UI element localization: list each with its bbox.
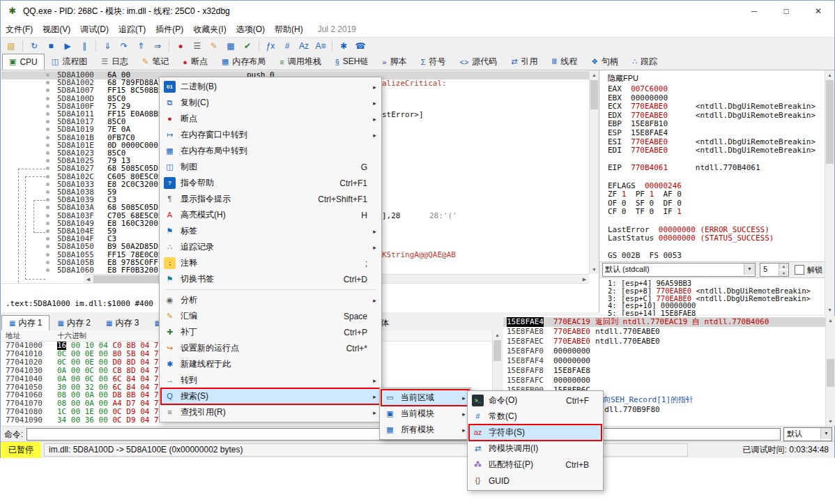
pause-icon[interactable]: ∥ xyxy=(77,39,92,53)
hash-icon[interactable]: # xyxy=(279,39,295,53)
tab-graph[interactable]: ◫流程图 xyxy=(45,54,94,70)
calling-convention-select[interactable]: 默认 (stdcall) ▼ xyxy=(602,263,756,277)
breakpoint-dot[interactable] xyxy=(46,97,49,100)
run-to-user-code-icon[interactable]: ⇒ xyxy=(150,39,165,53)
stack-vertical-scrollbar[interactable]: ▲ ▼ xyxy=(825,316,835,426)
menubar-item-view[interactable]: 视图(V) xyxy=(38,22,75,37)
breakpoint-dot[interactable] xyxy=(46,89,49,92)
menu-item-highlighting-mode[interactable]: A高亮模式(H)H xyxy=(161,207,380,223)
check-icon[interactable]: ✔ xyxy=(240,39,255,53)
breakpoint-dot[interactable] xyxy=(46,144,49,147)
fx-icon[interactable]: ƒx xyxy=(263,39,278,53)
tab-threads[interactable]: Ⅲ线程 xyxy=(545,54,585,70)
menu-item-intermodular-calls[interactable]: ⇄跨模块调用(I) xyxy=(469,441,602,457)
menu-item-create-new-thread[interactable]: ✱新建线程于此 xyxy=(161,356,380,372)
stack-row[interactable]: 15E8FAF400000000 xyxy=(503,356,826,366)
scroll-down-icon[interactable]: ▼ xyxy=(825,305,834,314)
breakpoint-dot[interactable] xyxy=(46,229,49,233)
breakpoint-dot[interactable] xyxy=(46,237,49,240)
minimize-button[interactable]: ─ xyxy=(738,1,770,22)
breakpoint-dot[interactable] xyxy=(46,159,49,162)
scroll-down-icon[interactable]: ▼ xyxy=(826,417,835,426)
dropdown-arrow-icon[interactable]: ▼ xyxy=(820,428,832,439)
breakpoint-dot[interactable] xyxy=(46,190,49,194)
scroll-down-icon[interactable]: ▼ xyxy=(590,265,599,274)
tab-call-stack[interactable]: ≡调用堆栈 xyxy=(273,54,328,70)
menubar-item-favourites[interactable]: 收藏夹(I) xyxy=(188,22,231,37)
menu-item-pattern[interactable]: ⁂匹配特征(P)Ctrl+B xyxy=(469,457,602,473)
tab-notes[interactable]: ✎笔记 xyxy=(135,54,176,70)
scrollbar-thumb[interactable] xyxy=(590,80,598,109)
tab-symbols[interactable]: Σ符号 xyxy=(414,54,453,70)
breakpoint-dot[interactable] xyxy=(46,151,49,155)
command-profile-select[interactable]: 默认 ▼ xyxy=(783,427,832,441)
stepper-down-icon[interactable]: ▼ xyxy=(779,270,788,276)
menubar-item-file[interactable]: 文件(F) xyxy=(1,22,38,37)
breakpoint-dot[interactable] xyxy=(46,183,49,186)
breakpoint-dot[interactable] xyxy=(46,105,49,108)
scroll-up-icon[interactable]: ▲ xyxy=(825,70,834,79)
menu-item-show-mnemonic-brief[interactable]: ¶显示指令提示Ctrl+Shift+F1 xyxy=(161,191,380,207)
tab-source[interactable]: <>源代码 xyxy=(452,54,504,70)
registers-vertical-scrollbar[interactable]: ▲ ▼ xyxy=(825,70,834,314)
scrollbar-thumb[interactable] xyxy=(826,80,834,164)
register-line[interactable]: EDI 770EABE0 <ntdll.DbgUiRemoteBreakin> xyxy=(608,146,824,155)
breakpoint-dot[interactable] xyxy=(46,261,49,264)
tab-dump-1[interactable]: ▦内存 1 xyxy=(1,315,49,330)
tab-dump-2[interactable]: ▦内存 2 xyxy=(49,315,98,330)
tab-dump-3[interactable]: ▦内存 3 xyxy=(98,315,146,330)
menu-item-label[interactable]: ⚑标签▸ xyxy=(161,223,380,239)
register-line[interactable]: CF 0 TF 0 IF 1 xyxy=(608,208,824,217)
tab-cpu[interactable]: ▣CPU xyxy=(2,54,45,70)
menu-item-guid[interactable]: {}GUID xyxy=(469,473,602,489)
scroll-up-icon[interactable]: ▲ xyxy=(826,316,835,325)
notes-icon[interactable]: ✎ xyxy=(206,39,222,53)
register-line[interactable]: EIP 770B4061 ntdll.770B4061 xyxy=(608,164,824,173)
menu-item-go-to[interactable]: →转到▸ xyxy=(161,372,380,388)
step-over-icon[interactable]: ↷ xyxy=(116,39,132,53)
menu-item-find-references[interactable]: ≡查找引用(R)▸ xyxy=(161,404,380,420)
menu-item-all-modules[interactable]: ▦所有模块▸ xyxy=(381,422,469,438)
breakpoint-dot[interactable] xyxy=(46,206,49,209)
unlock-checkbox[interactable] xyxy=(795,265,804,275)
menu-item-current-region[interactable]: ▭当前区域▸ xyxy=(381,390,469,406)
phone-icon[interactable]: ☎ xyxy=(353,39,368,53)
menu-item-search-for[interactable]: Q搜索(S)▸ xyxy=(161,388,380,404)
breakpoint-dot[interactable] xyxy=(46,120,49,123)
breakpoint-dot[interactable] xyxy=(46,245,49,248)
log-icon[interactable]: ☰ xyxy=(190,39,205,53)
menu-item-follow-in-dump[interactable]: ↦在内存窗口中转到▸ xyxy=(161,127,380,143)
breakpoint-dot[interactable] xyxy=(46,136,49,139)
tab-handles[interactable]: ❖句柄 xyxy=(584,54,625,70)
stack-row[interactable]: 15E8FAEC770EABE0ntdll.770EABE0 xyxy=(503,337,826,346)
breakpoint-dot[interactable] xyxy=(46,175,49,178)
menu-item-set-new-origin[interactable]: ↪设置新的运行点Ctrl+* xyxy=(161,340,380,356)
scrollbar-thumb[interactable] xyxy=(493,340,501,361)
run-icon[interactable]: ▶ xyxy=(60,39,75,53)
stack-row[interactable]: 15E8FAE8770EABE0ntdll.770EABE0 xyxy=(503,327,826,337)
menu-item-breakpoint[interactable]: ●断点▸ xyxy=(161,111,380,127)
record-icon[interactable]: ● xyxy=(173,39,188,53)
memory-map-icon[interactable]: ▦ xyxy=(223,39,238,53)
tab-trace[interactable]: ∴跟踪 xyxy=(625,54,664,70)
args-count-stepper[interactable]: 5 ▲ ▼ xyxy=(760,263,789,277)
stack-row[interactable]: 15E8FAF815E8FAE8 xyxy=(503,366,826,376)
maximize-button[interactable]: □ xyxy=(770,1,802,22)
step-into-icon[interactable]: ⇓ xyxy=(100,39,115,53)
menu-item-current-module[interactable]: ▣当前模块▸ xyxy=(381,406,469,422)
menu-item-help-on-mnemonic[interactable]: ?指令帮助Ctrl+F1 xyxy=(161,175,380,191)
breakpoint-dot[interactable] xyxy=(46,81,49,84)
restart-icon[interactable]: ↻ xyxy=(26,39,42,53)
tab-log[interactable]: ☰日志 xyxy=(94,54,135,70)
tab-memory-map[interactable]: ▦内存布局 xyxy=(215,54,273,70)
menu-item-copy[interactable]: ⧉复制(C)▸ xyxy=(161,95,380,111)
menu-item-assemble[interactable]: ✎汇编Space xyxy=(161,308,380,324)
hide-fpu-button[interactable]: 隐藏FPU xyxy=(608,73,638,84)
scrollbar-thumb[interactable] xyxy=(827,359,834,387)
breakpoint-dot[interactable] xyxy=(46,167,49,170)
tab-seh[interactable]: §SEH链 xyxy=(328,54,376,70)
menu-item-binary[interactable]: 01二进制(B)▸ xyxy=(161,79,380,95)
tab-references[interactable]: ⇄引用 xyxy=(504,54,544,70)
menu-item-command[interactable]: >_命令(O)Ctrl+F xyxy=(469,392,602,408)
scroll-up-icon[interactable]: ▲ xyxy=(493,330,502,339)
